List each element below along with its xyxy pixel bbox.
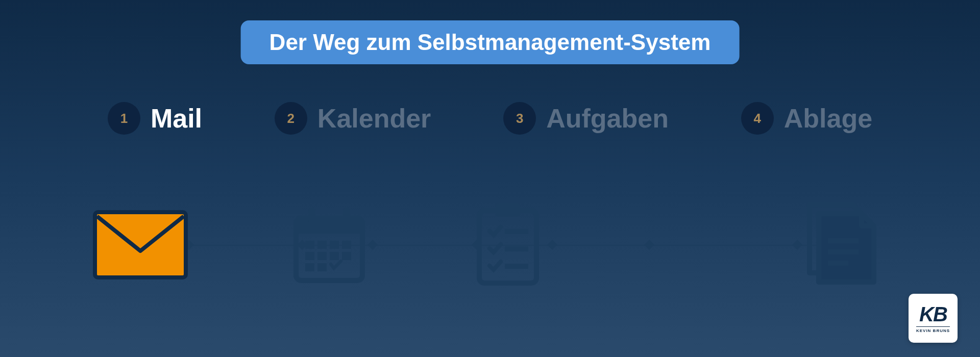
svg-rect-2: [296, 218, 362, 234]
svg-rect-18: [505, 246, 528, 251]
svg-rect-6: [317, 241, 327, 249]
step-label: Ablage: [784, 103, 872, 134]
svg-rect-4: [343, 208, 350, 223]
svg-rect-13: [305, 263, 314, 271]
document-icon: [794, 201, 891, 288]
step-number: 3: [503, 102, 536, 135]
calendar-icon: [278, 201, 380, 288]
svg-rect-20: [828, 238, 859, 243]
step-aufgaben: 3 Aufgaben: [503, 102, 669, 135]
svg-rect-0: [95, 212, 186, 277]
brand-logo: KB KEVIN BRUNS: [909, 294, 958, 343]
svg-rect-5: [305, 241, 314, 249]
svg-rect-14: [317, 263, 327, 271]
logo-subtext: KEVIN BRUNS: [916, 326, 950, 333]
clipboard-icon: [457, 201, 559, 288]
svg-rect-9: [305, 252, 314, 260]
title-badge: Der Weg zum Selbstmanagement-System: [241, 20, 740, 64]
svg-rect-12: [342, 252, 351, 260]
connector-diamond: [644, 240, 654, 250]
mail-icon: [89, 201, 191, 288]
svg-rect-8: [342, 241, 351, 249]
step-mail: 1 Mail: [108, 102, 202, 135]
step-number: 1: [108, 102, 140, 135]
svg-rect-7: [330, 241, 339, 249]
svg-rect-21: [828, 249, 859, 254]
step-number: 4: [741, 102, 774, 135]
svg-rect-17: [505, 229, 528, 234]
logo-mark: KB: [919, 304, 947, 324]
svg-rect-10: [317, 252, 327, 260]
svg-rect-19: [505, 264, 528, 269]
icons-row: [89, 201, 891, 288]
steps-row: 1 Mail 2 Kalender 3 Aufgaben 4 Ablage: [0, 102, 980, 135]
step-number: 2: [275, 102, 307, 135]
svg-rect-16: [496, 203, 520, 217]
step-label: Mail: [151, 103, 202, 134]
step-kalender: 2 Kalender: [275, 102, 431, 135]
svg-rect-11: [330, 252, 339, 260]
step-ablage: 4 Ablage: [741, 102, 872, 135]
step-label: Aufgaben: [546, 103, 669, 134]
svg-rect-3: [308, 208, 315, 223]
svg-rect-22: [828, 261, 848, 266]
step-label: Kalender: [317, 103, 431, 134]
